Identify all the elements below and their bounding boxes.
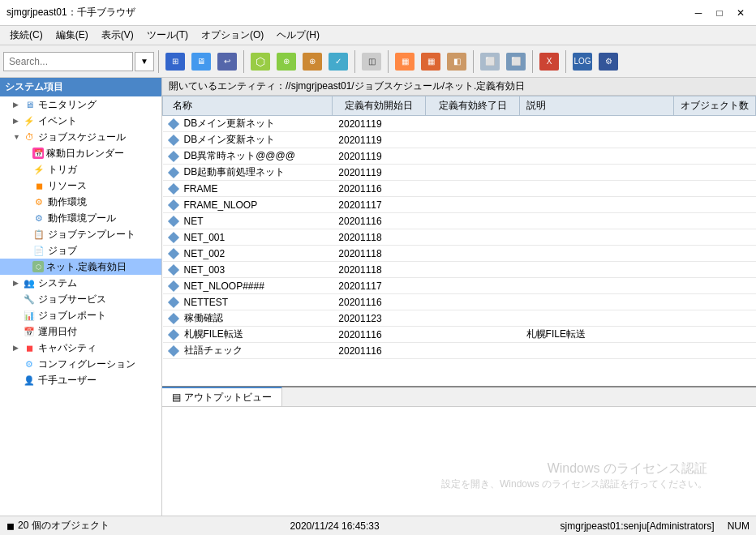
table-row[interactable]: FRAME20201116 (163, 181, 756, 197)
row-name: DB異常時ネット@@@@ (184, 150, 295, 161)
sidebar-item-job-tmpl[interactable]: ▶ 📋 ジョブテンプレート (0, 226, 161, 242)
row-start-date: 20201116 (332, 181, 426, 197)
status-left: ◼ 20 個のオブジェクト (6, 519, 110, 533)
sidebar-item-job-sched[interactable]: ▼ ⏱ ジョブスケジュール (0, 129, 161, 145)
row-diamond-icon (167, 280, 178, 292)
toolbar-btn-3[interactable]: ↩ (215, 49, 239, 74)
output-tab-bar: ▤ アウトプットビュー (162, 387, 756, 407)
table-row[interactable]: NET_00220201118 (163, 246, 756, 262)
table-container[interactable]: 名称 定義有効開始日 定義有効終了日 説明 オブジェクト数 DBメイン更新ネット… (162, 96, 756, 386)
table-row[interactable]: DBメイン更新ネット20201119 (163, 116, 756, 132)
toolbar-btn-1[interactable]: ⊞ (163, 49, 187, 74)
row-description (520, 213, 674, 229)
row-diamond-icon (167, 135, 178, 146)
menu-help[interactable]: ヘルプ(H) (270, 27, 326, 44)
status-right: sjmgrjpeast01:senju[Administrators] NUM (561, 520, 750, 532)
row-object-count (673, 294, 755, 310)
table-row[interactable]: DB起動事前処理ネット20201119 (163, 165, 756, 181)
menu-tools[interactable]: ツール(T) (140, 27, 195, 44)
row-start-date: 20201119 (332, 116, 426, 132)
toolbar-btn-7[interactable]: ✓ (326, 49, 350, 74)
table-row[interactable]: NET_00320201118 (163, 262, 756, 278)
sidebar-label-system: システム (38, 276, 77, 290)
maximize-button[interactable]: □ (711, 4, 728, 22)
row-end-date (426, 181, 520, 197)
toolbar-btn-15[interactable]: LOG (570, 49, 595, 74)
sidebar-label-job-report: ジョブレポート (38, 309, 106, 323)
sidebar-label-job-service: ジョブサービス (38, 293, 106, 306)
col-end-date: 定義有効終了日 (426, 96, 520, 116)
sidebar-item-job-report[interactable]: ▶ 📊 ジョブレポート (0, 307, 161, 323)
toolbar-btn-4[interactable]: ⬡ (248, 49, 273, 74)
menu-view[interactable]: 表示(V) (95, 27, 140, 44)
table-row[interactable]: DB異常時ネット@@@@20201119 (163, 148, 756, 165)
table-row[interactable]: 札幌FILE転送20201116札幌FILE転送 (163, 327, 756, 343)
search-input[interactable] (3, 52, 133, 71)
output-content: Windows のライセンス認証 設定を開き、Windows のライセンス認証を… (162, 407, 756, 516)
row-object-count (673, 278, 755, 294)
watermark-line2: 設定を開き、Windows のライセンス認証を行ってください。 (441, 477, 707, 491)
row-name: FRAME (184, 183, 218, 195)
watermark: Windows のライセンス認証 設定を開き、Windows のライセンス認証を… (441, 460, 707, 491)
sidebar-item-env[interactable]: ▶ ⚙ 動作環境 (0, 194, 161, 210)
row-description (520, 246, 674, 262)
sidebar-item-trigger[interactable]: ▶ ⚡ トリガ (0, 161, 161, 178)
row-end-date (426, 246, 520, 262)
sidebar-label-job: ジョブ (48, 244, 77, 258)
search-button[interactable]: ▼ (135, 52, 154, 71)
menu-connect[interactable]: 接続(C) (3, 27, 49, 44)
sidebar-item-resource[interactable]: ▶ ◼ リソース (0, 178, 161, 194)
sidebar-item-net-valid[interactable]: ▶ ⬡ ネット.定義有効日 (0, 259, 161, 275)
col-name: 名称 (163, 96, 333, 116)
minimize-button[interactable]: ─ (689, 4, 707, 22)
table-row[interactable]: 稼働確認20201123 (163, 310, 756, 327)
sidebar-item-user[interactable]: ▶ 👤 千手ユーザー (0, 372, 161, 388)
toolbar-btn-9[interactable]: ▦ (393, 49, 417, 74)
table-row[interactable]: 社語チェック20201116 (163, 343, 756, 359)
table-row[interactable]: NETTEST20201116 (163, 294, 756, 310)
toolbar-btn-5[interactable]: ⊕ (274, 49, 299, 74)
sidebar-label-job-tmpl: ジョブテンプレート (48, 228, 135, 242)
toolbar-btn-16[interactable]: ⚙ (596, 49, 621, 74)
row-start-date: 20201117 (332, 197, 426, 213)
separator-3 (354, 50, 355, 73)
toolbar-btn-14[interactable]: X (537, 49, 561, 74)
table-row[interactable]: DBメイン変新ネット20201119 (163, 132, 756, 148)
table-row[interactable]: NET_00120201118 (163, 229, 756, 246)
toolbar-btn-8[interactable]: ◫ (359, 49, 384, 74)
arrow-job-sched: ▼ (13, 133, 23, 141)
sidebar-item-job[interactable]: ▶ 📄 ジョブ (0, 242, 161, 259)
row-object-count (673, 262, 755, 278)
toolbar-btn-13[interactable]: ⬜ (504, 49, 528, 74)
close-button[interactable]: ✕ (732, 4, 750, 22)
menu-options[interactable]: オプション(O) (195, 27, 270, 44)
toolbar-btn-12[interactable]: ⬜ (478, 49, 502, 74)
table-row[interactable]: FRAME_NLOOP20201117 (163, 197, 756, 213)
toolbar-btn-2[interactable]: 🖥 (189, 49, 213, 74)
output-tab-view[interactable]: ▤ アウトプットビュー (162, 387, 282, 406)
toolbar-btn-6[interactable]: ⊕ (300, 49, 324, 74)
sidebar-item-calendar[interactable]: ▶ 📅 稼動日カレンダー (0, 145, 161, 161)
sidebar-label-config: コンフィグレーション (38, 357, 135, 371)
sidebar-item-monitor[interactable]: ▶ 🖥 モニタリング (0, 96, 161, 113)
arrow-monitor: ▶ (13, 101, 23, 109)
table-row[interactable]: NET20201116 (163, 213, 756, 229)
sidebar-item-event[interactable]: ▶ ⚡ イベント (0, 113, 161, 129)
sidebar-item-config[interactable]: ▶ ⚙ コンフィグレーション (0, 356, 161, 372)
row-description (520, 148, 674, 165)
workspace: システム項目 ▶ 🖥 モニタリング ▶ ⚡ イベント ▼ ⏱ ジョブスケジュール… (0, 78, 756, 535)
sidebar-item-op-date[interactable]: ▶ 📅 運用日付 (0, 323, 161, 340)
sidebar-label-env-pool: 動作環境プール (48, 212, 116, 225)
titlebar: sjmgrjpeast01：千手ブラウザ ─ □ ✕ (0, 0, 756, 26)
output-pane: ▤ アウトプットビュー Windows のライセンス認証 設定を開き、Windo… (162, 386, 756, 516)
menu-edit[interactable]: 編集(E) (49, 27, 95, 44)
sidebar-item-capacity[interactable]: ▶ ◼ キャパシティ (0, 340, 161, 356)
toolbar-btn-10[interactable]: ▦ (419, 49, 443, 74)
data-table: 名称 定義有効開始日 定義有効終了日 説明 オブジェクト数 DBメイン更新ネット… (162, 96, 756, 359)
sidebar-item-env-pool[interactable]: ▶ ⚙ 動作環境プール (0, 210, 161, 226)
sidebar-item-job-service[interactable]: ▶ 🔧 ジョブサービス (0, 291, 161, 307)
table-row[interactable]: NET_NLOOP####20201117 (163, 278, 756, 294)
toolbar-btn-11[interactable]: ◧ (445, 49, 469, 74)
row-name: DB起動事前処理ネット (184, 166, 286, 178)
sidebar-item-system[interactable]: ▶ 👥 システム (0, 275, 161, 291)
